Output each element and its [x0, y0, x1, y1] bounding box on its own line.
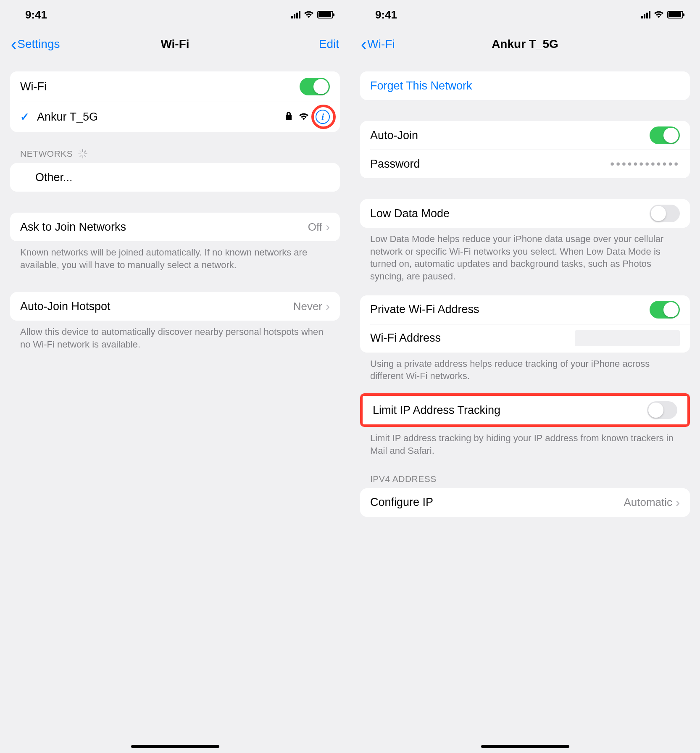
lock-icon — [285, 112, 292, 122]
wifi-address-value — [575, 330, 680, 346]
status-indicators — [291, 11, 333, 18]
ipv4-group: Configure IP Automatic › — [360, 488, 690, 517]
low-data-switch[interactable] — [650, 205, 680, 222]
low-data-group: Low Data Mode — [360, 199, 690, 228]
private-address-footer: Using a private address helps reduce tra… — [360, 353, 690, 382]
wifi-address-label: Wi-Fi Address — [370, 332, 575, 345]
private-address-group: Private Wi-Fi Address Wi-Fi Address — [360, 295, 690, 353]
networks-header: NETWORKS — [10, 132, 340, 163]
configure-ip-label: Configure IP — [370, 496, 624, 509]
ask-join-value: Off — [308, 221, 322, 234]
forget-network-row[interactable]: Forget This Network — [360, 71, 690, 100]
status-indicators — [641, 11, 683, 18]
svg-rect-0 — [286, 115, 292, 120]
wifi-icon — [654, 11, 664, 18]
status-time: 9:41 — [375, 8, 397, 21]
battery-icon — [317, 11, 333, 18]
password-dots: •••••••••••• — [610, 157, 680, 171]
wifi-toggle-group: Wi-Fi ✓ Ankur T_5G i — [10, 71, 340, 132]
auto-join-row[interactable]: Auto-Join — [360, 121, 690, 150]
auto-hotspot-row[interactable]: Auto-Join Hotspot Never › — [10, 292, 340, 321]
auto-join-switch[interactable] — [650, 126, 680, 144]
join-password-group: Auto-Join Password •••••••••••• — [360, 121, 690, 178]
limit-ip-footer: Limit IP address tracking by hiding your… — [360, 427, 690, 457]
wifi-address-row[interactable]: Wi-Fi Address — [360, 324, 690, 353]
cellular-icon — [641, 11, 650, 18]
wifi-switch[interactable] — [300, 78, 330, 95]
private-address-row[interactable]: Private Wi-Fi Address — [360, 295, 690, 324]
chevron-right-icon: › — [676, 495, 680, 510]
private-address-label: Private Wi-Fi Address — [370, 303, 650, 316]
low-data-row[interactable]: Low Data Mode — [360, 199, 690, 228]
status-time: 9:41 — [25, 8, 47, 21]
auto-hotspot-value: Never — [293, 300, 322, 313]
edit-button[interactable]: Edit — [319, 37, 339, 51]
ipv4-header: IPV4 ADDRESS — [360, 457, 690, 488]
back-label: Settings — [17, 37, 60, 51]
back-button[interactable]: ‹ Wi-Fi — [361, 36, 395, 53]
chevron-right-icon: › — [326, 220, 330, 234]
other-network-row[interactable]: Other... — [10, 163, 340, 192]
limit-ip-group: Limit IP Address Tracking — [360, 393, 690, 427]
nav-bar: ‹ Settings Wi-Fi Edit — [0, 29, 350, 59]
status-bar: 9:41 — [350, 0, 700, 29]
auto-hotspot-footer: Allow this device to automatically disco… — [10, 321, 340, 350]
network-detail-screen: 9:41 ‹ Wi-Fi Ankur T_5G Forget This Netw… — [350, 0, 700, 753]
page-title: Ankur T_5G — [350, 37, 700, 51]
wifi-strength-icon — [299, 113, 309, 121]
limit-ip-switch[interactable] — [647, 401, 677, 419]
info-icon[interactable]: i — [316, 110, 330, 124]
other-label: Other... — [35, 171, 330, 184]
nav-bar: ‹ Wi-Fi Ankur T_5G — [350, 29, 700, 59]
limit-ip-row[interactable]: Limit IP Address Tracking — [363, 396, 687, 424]
configure-ip-value: Automatic — [624, 496, 672, 509]
battery-icon — [667, 11, 683, 18]
chevron-right-icon: › — [326, 299, 330, 313]
forget-group: Forget This Network — [360, 71, 690, 100]
wifi-label: Wi-Fi — [20, 80, 300, 93]
spinner-icon — [78, 149, 87, 158]
chevron-left-icon: ‹ — [11, 36, 16, 53]
ask-join-footer: Known networks will be joined automatica… — [10, 241, 340, 271]
ask-join-row[interactable]: Ask to Join Networks Off › — [10, 213, 340, 241]
other-networks-group: Other... — [10, 163, 340, 192]
chevron-left-icon: ‹ — [361, 36, 366, 53]
checkmark-icon: ✓ — [20, 111, 29, 124]
back-button[interactable]: ‹ Settings — [11, 36, 60, 53]
home-indicator[interactable] — [131, 745, 219, 748]
password-label: Password — [370, 158, 610, 171]
back-label: Wi-Fi — [367, 37, 395, 51]
auto-hotspot-label: Auto-Join Hotspot — [20, 300, 293, 313]
ask-join-label: Ask to Join Networks — [20, 221, 308, 234]
wifi-toggle-row[interactable]: Wi-Fi — [10, 71, 340, 102]
forget-label: Forget This Network — [370, 79, 680, 92]
password-row[interactable]: Password •••••••••••• — [360, 150, 690, 178]
low-data-footer: Low Data Mode helps reduce your iPhone d… — [360, 228, 690, 283]
wifi-icon — [304, 11, 314, 18]
home-indicator[interactable] — [481, 745, 569, 748]
cellular-icon — [291, 11, 300, 18]
auto-hotspot-group: Auto-Join Hotspot Never › — [10, 292, 340, 321]
limit-ip-label: Limit IP Address Tracking — [373, 404, 647, 417]
ask-join-group: Ask to Join Networks Off › — [10, 213, 340, 241]
current-network-row[interactable]: ✓ Ankur T_5G i — [10, 102, 340, 132]
status-bar: 9:41 — [0, 0, 350, 29]
low-data-label: Low Data Mode — [370, 207, 650, 220]
private-address-switch[interactable] — [650, 301, 680, 319]
auto-join-label: Auto-Join — [370, 129, 650, 142]
wifi-settings-screen: 9:41 ‹ Settings Wi-Fi Edit Wi-Fi ✓ Ankur… — [0, 0, 350, 753]
network-name: Ankur T_5G — [37, 111, 285, 124]
configure-ip-row[interactable]: Configure IP Automatic › — [360, 488, 690, 517]
